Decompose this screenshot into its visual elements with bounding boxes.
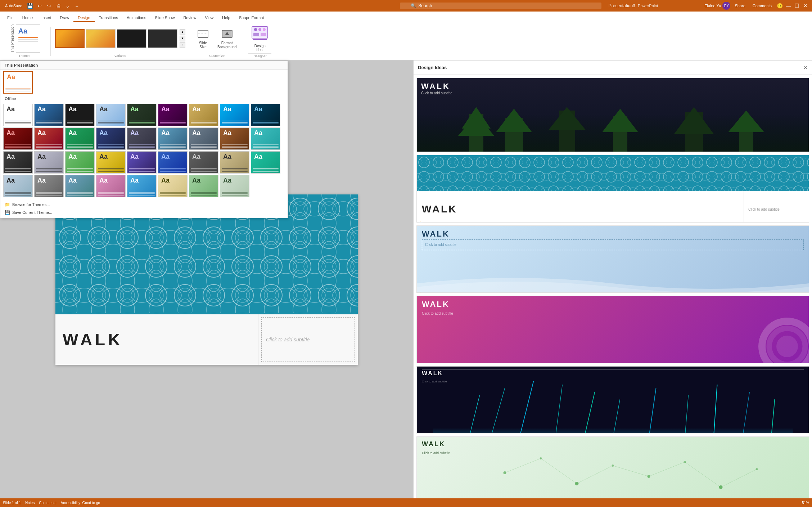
theme-retrospect[interactable]: Aa xyxy=(220,151,249,174)
theme-quotable[interactable]: Aa xyxy=(189,151,218,174)
variant-3[interactable] xyxy=(117,29,146,48)
card2-subtitle-text: Click to add subtitle xyxy=(748,207,780,211)
theme-extra3[interactable]: Aa xyxy=(220,175,249,197)
theme-parallax[interactable]: Aa xyxy=(127,151,157,174)
variant-1[interactable] xyxy=(55,29,85,48)
tab-animations[interactable]: Animations xyxy=(122,14,150,22)
design-card-2[interactable]: WALK Click to add subtitle xyxy=(416,155,809,223)
design-ideas-close-button[interactable]: ✕ xyxy=(803,65,808,71)
theme-banded[interactable]: Aa xyxy=(158,104,188,126)
design-ideas-content: WALK Click to add subtitle xyxy=(414,75,812,507)
tab-insert[interactable]: Insert xyxy=(37,14,56,22)
design-card-5[interactable]: WALK Click to add subtitle xyxy=(416,366,809,434)
zoom-level: 51% xyxy=(802,501,809,505)
design-card-3[interactable]: WALK Click to add subtitle ★ xyxy=(416,225,809,293)
tab-view[interactable]: View xyxy=(200,14,218,22)
current-theme[interactable]: Aa xyxy=(16,24,40,53)
theme-extra2[interactable]: Aa xyxy=(189,175,218,197)
tab-transitions[interactable]: Transitions xyxy=(95,14,122,22)
undo-button[interactable]: ↩ xyxy=(36,2,43,9)
ribbon: File Home Insert Draw Design Transitions… xyxy=(0,12,812,60)
design-card-6[interactable]: WALK Click to add subtitle xyxy=(416,436,809,504)
svg-marker-24 xyxy=(548,107,586,130)
variant-2[interactable] xyxy=(86,29,116,48)
variants-scroll-up[interactable]: ▲ xyxy=(180,29,185,35)
theme-vapor[interactable]: Aa xyxy=(65,175,95,197)
theme-mesh[interactable]: Aa xyxy=(251,127,280,150)
variants-scroll-down[interactable]: ▼ xyxy=(180,36,185,41)
customize-button[interactable]: ≡ xyxy=(73,2,81,9)
theme-ion[interactable]: Aa xyxy=(96,104,126,126)
theme-savon[interactable]: Aa xyxy=(251,151,280,174)
tab-draw[interactable]: Draw xyxy=(56,14,74,22)
share-button[interactable]: Share xyxy=(732,2,748,9)
emoji-button[interactable]: 🙂 xyxy=(776,2,783,9)
theme-origami[interactable]: Aa xyxy=(96,151,126,174)
theme-slate[interactable]: Aa xyxy=(3,175,33,197)
theme-main[interactable]: Aa xyxy=(220,127,249,150)
notes-button[interactable]: Notes xyxy=(25,501,35,505)
theme-frame[interactable]: Aa xyxy=(127,127,157,150)
tab-design[interactable]: Design xyxy=(73,14,94,22)
theme-depth[interactable]: Aa xyxy=(34,127,64,150)
svg-rect-49 xyxy=(433,428,793,434)
theme-droplet[interactable]: Aa xyxy=(96,127,126,150)
theme-whisp[interactable]: Aa xyxy=(127,175,157,197)
theme-facet[interactable]: Aa xyxy=(34,104,64,126)
theme-extra1[interactable]: Aa xyxy=(158,175,188,197)
variants-scroll: ▲ ▼ ≡ xyxy=(180,29,185,48)
close-button[interactable]: ✕ xyxy=(802,2,809,9)
save-theme-link[interactable]: 💾 Save Current Theme... xyxy=(3,209,285,216)
theme-slipstream[interactable]: Aa xyxy=(34,175,64,197)
tab-shape-format[interactable]: Shape Format xyxy=(235,14,269,22)
variants-more[interactable]: ≡ xyxy=(180,42,185,48)
theme-item-current[interactable]: Aa xyxy=(3,71,33,94)
tab-home[interactable]: Home xyxy=(18,14,37,22)
theme-organic[interactable]: Aa xyxy=(65,151,95,174)
theme-cloud[interactable]: Aa xyxy=(220,104,249,126)
theme-gallery[interactable]: Aa xyxy=(158,127,188,150)
restore-button[interactable]: ❐ xyxy=(793,2,800,9)
slide-size-button[interactable]: SlideSize xyxy=(194,27,212,50)
theme-parcel[interactable]: Aa xyxy=(158,151,188,174)
tab-help[interactable]: Help xyxy=(218,14,235,22)
svg-rect-9 xyxy=(253,33,259,36)
browse-themes-link[interactable]: 📁 Browse for Themes... xyxy=(3,201,285,208)
theme-integral[interactable]: Aa xyxy=(65,104,95,126)
theme-metro[interactable]: Aa xyxy=(3,151,33,174)
tab-file[interactable]: File xyxy=(3,14,18,22)
tab-review[interactable]: Review xyxy=(179,14,200,22)
comments-button[interactable]: Comments xyxy=(750,2,775,9)
print-button[interactable]: 🖨 xyxy=(55,2,62,9)
theme-office2[interactable]: Aa xyxy=(34,151,64,174)
search-box[interactable]: 🔍 Search xyxy=(400,3,601,9)
theme-damask[interactable]: Aa xyxy=(3,127,33,150)
design-ideas-button[interactable]: DesignIdeas xyxy=(248,24,271,53)
customize-qat-button[interactable]: ⌄ xyxy=(64,2,71,9)
variant-4[interactable] xyxy=(148,29,177,48)
sep-2 xyxy=(190,27,190,56)
slide-canvas[interactable]: WALK Click to add subtitle xyxy=(55,194,358,365)
comments-status[interactable]: Comments xyxy=(39,501,56,505)
design-card-1[interactable]: WALK Click to add subtitle xyxy=(416,78,809,152)
autosave-button[interactable]: AutoSave xyxy=(3,2,24,9)
design-card-4[interactable]: WALK Click to add subtitle xyxy=(416,296,809,363)
svg-line-60 xyxy=(577,466,613,484)
card1-subtitle: Click to add subtitle xyxy=(421,91,452,95)
slide-title-area[interactable]: WALK xyxy=(55,314,258,365)
theme-line-2 xyxy=(18,39,38,40)
theme-wood[interactable]: Aa xyxy=(189,104,218,126)
format-background-button[interactable]: FormatBackground xyxy=(215,27,239,50)
svg-line-63 xyxy=(685,462,721,487)
tab-slideshow[interactable]: Slide Show xyxy=(150,14,179,22)
slide-subtitle-area[interactable]: Click to add subtitle xyxy=(261,317,355,362)
save-button[interactable]: 💾 xyxy=(27,2,34,9)
theme-dividend[interactable]: Aa xyxy=(65,127,95,150)
redo-button[interactable]: ↪ xyxy=(45,2,53,9)
theme-view[interactable]: Aa xyxy=(96,175,126,197)
theme-berlin[interactable]: Aa xyxy=(127,104,157,126)
theme-blank[interactable]: Aa xyxy=(3,104,33,126)
theme-circuit[interactable]: Aa xyxy=(251,104,280,126)
minimize-button[interactable]: — xyxy=(785,2,792,9)
theme-ion2[interactable]: Aa xyxy=(189,127,218,150)
